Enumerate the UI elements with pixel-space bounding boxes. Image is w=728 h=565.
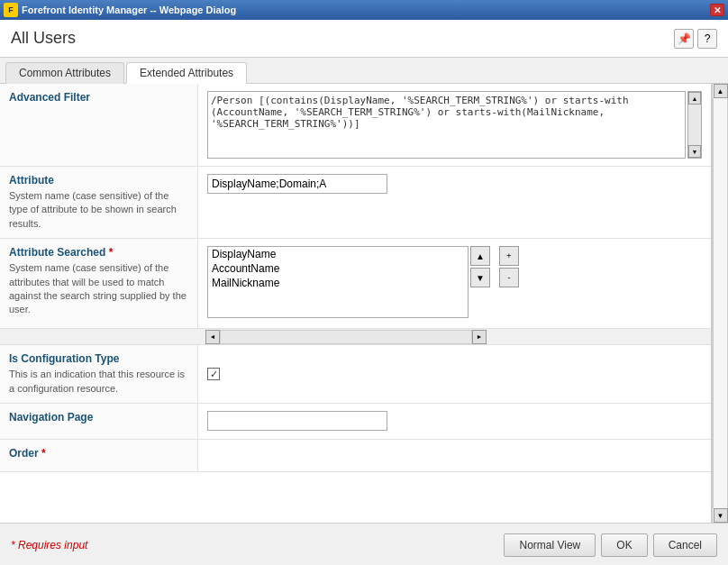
order-label-col: Order * bbox=[0, 440, 198, 471]
is-config-checkbox[interactable]: ✓ bbox=[207, 368, 220, 380]
help-button[interactable]: ? bbox=[697, 29, 717, 49]
listbox-remove-button[interactable]: - bbox=[499, 268, 519, 287]
order-required: * bbox=[41, 447, 46, 460]
advanced-filter-input[interactable]: /Person [(contains(DisplayName, '%SEARCH… bbox=[207, 91, 686, 159]
requires-input-text: * Requires input bbox=[11, 539, 87, 551]
hscroll-track bbox=[220, 330, 472, 344]
dialog-header: All Users 📌 ? bbox=[0, 20, 728, 58]
list-item[interactable]: AccountName bbox=[208, 261, 468, 276]
attribute-searched-desc: System name (case sensitive) of the attr… bbox=[9, 261, 188, 317]
checkbox-checkmark: ✓ bbox=[210, 369, 218, 380]
title-bar-text: Forefront Identity Manager -- Webpage Di… bbox=[22, 5, 236, 15]
app-icon: F bbox=[4, 3, 18, 17]
header-icons: 📌 ? bbox=[674, 29, 717, 49]
attribute-desc: System name (case sensitive) of the type… bbox=[9, 189, 188, 231]
filter-scroll-track bbox=[688, 105, 701, 145]
title-bar-left: F Forefront Identity Manager -- Webpage … bbox=[4, 3, 236, 17]
listbox-hscroll: ◄ ► bbox=[0, 329, 711, 345]
cancel-button[interactable]: Cancel bbox=[653, 533, 717, 557]
attribute-searched-row: Attribute Searched * System name (case s… bbox=[0, 239, 711, 329]
footer-buttons: Normal View OK Cancel bbox=[504, 533, 717, 557]
filter-container: /Person [(contains(DisplayName, '%SEARCH… bbox=[207, 91, 702, 159]
navigation-page-label: Navigation Page bbox=[9, 411, 188, 424]
attribute-label: Attribute bbox=[9, 174, 188, 187]
scroll-down-button[interactable]: ▼ bbox=[714, 508, 728, 523]
ok-button[interactable]: OK bbox=[601, 533, 647, 557]
is-config-label: Is Configuration Type bbox=[9, 352, 188, 365]
list-item[interactable]: DisplayName bbox=[208, 247, 468, 261]
navigation-page-input[interactable] bbox=[207, 411, 387, 431]
navigation-page-row: Navigation Page bbox=[0, 404, 711, 440]
listbox-buttons: ▲ ▼ bbox=[470, 246, 490, 318]
list-item[interactable]: MailNickname bbox=[208, 276, 468, 290]
close-button[interactable]: ✕ bbox=[710, 4, 724, 16]
navigation-page-control bbox=[198, 404, 711, 439]
dialog-body: Advanced Filter /Person [(contains(Displ… bbox=[0, 84, 728, 523]
listbox-add-button[interactable]: + bbox=[499, 246, 519, 266]
advanced-filter-label: Advanced Filter bbox=[9, 91, 188, 104]
order-label: Order * bbox=[9, 447, 188, 460]
dialog-title: All Users bbox=[11, 29, 76, 48]
scroll-track bbox=[713, 98, 728, 508]
title-bar: F Forefront Identity Manager -- Webpage … bbox=[0, 0, 728, 20]
normal-view-button[interactable]: Normal View bbox=[504, 533, 596, 557]
tab-common-attributes[interactable]: Common Attributes bbox=[5, 62, 124, 84]
is-config-control: ✓ bbox=[198, 345, 711, 403]
advanced-filter-row: Advanced Filter /Person [(contains(Displ… bbox=[0, 84, 711, 167]
tab-extended-attributes[interactable]: Extended Attributes bbox=[126, 62, 247, 84]
attribute-searched-listbox[interactable]: DisplayName AccountName MailNickname bbox=[207, 246, 469, 318]
attribute-searched-label-col: Attribute Searched * System name (case s… bbox=[0, 239, 198, 328]
is-config-label-col: Is Configuration Type This is an indicat… bbox=[0, 345, 198, 403]
filter-scroll-up[interactable]: ▲ bbox=[688, 92, 701, 105]
attribute-row: Attribute System name (case sensitive) o… bbox=[0, 167, 711, 239]
is-config-type-row: Is Configuration Type This is an indicat… bbox=[0, 345, 711, 404]
listbox-down-button[interactable]: ▼ bbox=[470, 268, 490, 287]
listbox-up-button[interactable]: ▲ bbox=[470, 246, 490, 266]
listbox-side-scroll: + - bbox=[499, 246, 519, 287]
scroll-up-button[interactable]: ▲ bbox=[714, 84, 728, 98]
dialog-footer: * Requires input Normal View OK Cancel bbox=[0, 523, 728, 565]
hscroll-left[interactable]: ◄ bbox=[205, 330, 220, 344]
right-scrollbar: ▲ ▼ bbox=[712, 84, 728, 523]
hscroll-right[interactable]: ► bbox=[472, 330, 487, 344]
attribute-control bbox=[198, 167, 711, 238]
listbox-container: DisplayName AccountName MailNickname ▲ ▼ bbox=[207, 246, 496, 318]
is-config-desc: This is an indication that this resource… bbox=[9, 368, 188, 396]
filter-scroll-down[interactable]: ▼ bbox=[688, 145, 701, 158]
advanced-filter-control: /Person [(contains(DisplayName, '%SEARCH… bbox=[198, 84, 711, 166]
advanced-filter-label-col: Advanced Filter bbox=[0, 84, 198, 166]
tab-bar: Common Attributes Extended Attributes bbox=[0, 58, 728, 84]
pin-button[interactable]: 📌 bbox=[674, 29, 694, 49]
order-control bbox=[198, 440, 711, 471]
filter-scrollbar: ▲ ▼ bbox=[687, 91, 702, 159]
navigation-page-label-col: Navigation Page bbox=[0, 404, 198, 439]
content-area: Advanced Filter /Person [(contains(Displ… bbox=[0, 84, 712, 523]
attribute-searched-control: DisplayName AccountName MailNickname ▲ ▼… bbox=[198, 239, 711, 328]
attribute-searched-label: Attribute Searched * bbox=[9, 246, 188, 259]
attribute-label-col: Attribute System name (case sensitive) o… bbox=[0, 167, 198, 238]
order-row: Order * bbox=[0, 440, 711, 472]
attribute-searched-required: * bbox=[109, 246, 114, 259]
attribute-input[interactable] bbox=[207, 174, 387, 194]
